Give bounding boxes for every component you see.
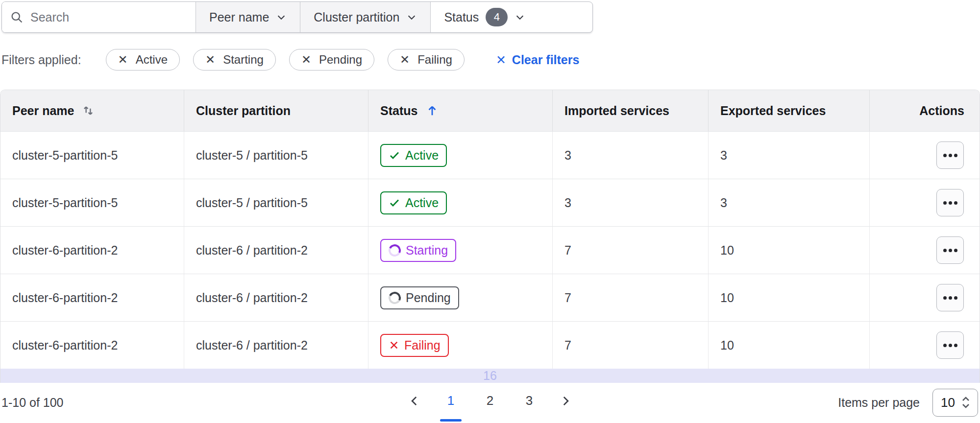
items-per-page-select[interactable]: 10 [932,389,978,417]
next-page-button[interactable] [556,395,575,407]
peers-table: Peer name Cluster partition Status Impor… [0,90,980,383]
row-actions-button[interactable] [936,141,964,169]
status-cell: Failing [368,322,553,369]
table-row: cluster-5-partition-5 cluster-5 / partit… [0,131,980,179]
row-actions-button[interactable] [936,189,964,216]
column-label: Status [380,104,417,118]
table-header-row: Peer name Cluster partition Status Impor… [0,90,980,131]
sort-both-icon[interactable] [82,104,95,117]
column-label: Peer name [12,104,74,118]
cluster-partition-cell: cluster-6 / partition-2 [184,274,368,321]
clear-filters-label: Clear filters [512,53,580,67]
page-number-button[interactable]: 2 [478,387,502,415]
status-cell: Pending [368,274,553,321]
column-label: Exported services [720,104,826,118]
imported-services-cell: 7 [553,274,709,321]
status-filter-label: Status [444,10,479,24]
status-badge: Active [380,144,447,167]
status-badge-label: Pending [406,291,451,305]
spinner-icon [387,290,402,306]
column-header-status[interactable]: Status [368,90,553,131]
remove-filter-icon[interactable]: ✕ [118,53,128,67]
filter-tag[interactable]: ✕ Active [106,49,180,70]
peer-name-cell: cluster-6-partition-2 [0,322,184,369]
peer-name-filter-dropdown[interactable]: Peer name [196,2,300,32]
status-cell: Active [368,132,553,179]
row-actions-button[interactable] [936,331,964,359]
results-summary: 1-10 of 100 [1,396,64,410]
cluster-partition-cell: cluster-5 / partition-5 [184,132,368,179]
exported-services-cell: 3 [709,132,870,179]
table-row: cluster-6-partition-2 cluster-6 / partit… [0,274,980,321]
column-header-peer-name[interactable]: Peer name [0,90,184,131]
page-number-button[interactable]: 1 [439,387,463,415]
imported-services-cell: 3 [553,132,709,179]
items-per-page-value: 10 [941,395,955,410]
table-row: cluster-6-partition-2 cluster-6 / partit… [0,226,980,274]
remove-filter-icon[interactable]: ✕ [301,53,311,67]
remove-filter-icon[interactable]: ✕ [205,53,215,67]
filter-tag[interactable]: ✕ Pending [289,49,374,70]
applied-filters-bar: Filters applied: ✕ Active ✕ Starting ✕ P… [1,49,980,70]
row-actions-button[interactable] [936,236,964,264]
search-icon [10,10,24,24]
peer-name-filter-label: Peer name [209,10,269,24]
filter-tag[interactable]: ✕ Failing [388,49,465,70]
previous-page-button[interactable] [405,395,424,407]
exported-services-cell: 3 [709,179,870,226]
column-label: Actions [919,104,964,118]
filter-tag-label: Active [136,53,168,67]
search-input[interactable] [30,10,188,24]
table-row: cluster-6-partition-2 cluster-6 / partit… [0,321,980,369]
peer-name-cell: cluster-5-partition-5 [0,132,184,179]
column-label: Imported services [564,104,669,118]
search-box[interactable] [2,2,196,32]
clear-filters-link[interactable]: ✕ Clear filters [496,53,580,67]
exported-services-cell: 10 [709,227,870,274]
peer-name-cell: cluster-5-partition-5 [0,179,184,226]
status-filter-count-badge: 4 [486,8,508,26]
pagination-bar: 1-10 of 100 1 2 3 Items per page 10 [0,383,980,422]
cluster-partition-filter-dropdown[interactable]: Cluster partition [300,2,430,32]
peer-name-cell: cluster-6-partition-2 [0,227,184,274]
partial-row-text: 16 [483,369,497,383]
status-badge-label: Failing [404,338,441,352]
items-per-page: Items per page 10 [838,389,978,417]
filter-tag-label: Starting [223,53,264,67]
actions-cell [870,274,980,321]
status-filter-dropdown[interactable]: Status 4 [430,2,539,32]
cluster-partition-cell: cluster-5 / partition-5 [184,179,368,226]
filter-toolbar: Peer name Cluster partition Status 4 [1,1,593,33]
items-per-page-label: Items per page [838,396,920,410]
exported-services-cell: 10 [709,274,870,321]
actions-cell [870,227,980,274]
imported-services-cell: 7 [553,322,709,369]
status-badge: Active [380,191,447,214]
exported-services-cell: 10 [709,322,870,369]
filters-applied-label: Filters applied: [1,53,81,67]
chevron-down-icon [406,12,417,23]
x-icon [389,340,399,351]
check-icon [389,197,400,209]
table-row: cluster-5-partition-5 cluster-5 / partit… [0,179,980,226]
actions-cell [870,322,980,369]
table-body: cluster-5-partition-5 cluster-5 / partit… [0,131,980,369]
status-badge-label: Active [405,148,439,163]
page-number-button[interactable]: 3 [517,387,541,415]
cluster-partition-cell: cluster-6 / partition-2 [184,322,368,369]
stepper-icon [960,395,972,410]
status-badge: Starting [380,239,456,262]
column-header-imported-services[interactable]: Imported services [553,90,709,131]
filter-tag-label: Pending [319,53,362,67]
column-header-exported-services[interactable]: Exported services [709,90,870,131]
filter-tag[interactable]: ✕ Starting [193,49,276,70]
actions-cell [870,179,980,226]
column-header-cluster-partition[interactable]: Cluster partition [184,90,368,131]
remove-filter-icon[interactable]: ✕ [400,53,410,67]
row-actions-button[interactable] [936,284,964,311]
status-badge: Failing [380,334,449,357]
status-cell: Starting [368,227,553,274]
status-cell: Active [368,179,553,226]
sort-ascending-icon[interactable] [425,104,439,118]
spinner-icon [387,242,402,258]
